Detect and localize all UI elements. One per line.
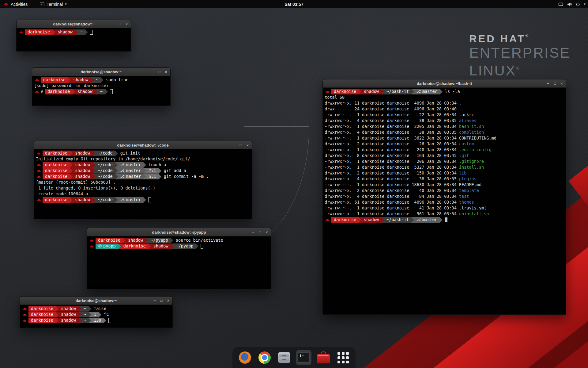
powerline-separator-icon [56, 312, 58, 317]
prompt-segment-path: ~/bash-it [384, 89, 411, 94]
window-titlebar[interactable]: darknoise@shadow:~−□× [20, 297, 172, 305]
dock-files[interactable] [277, 350, 292, 365]
prompt-line: darknoiseshadow~/code git init [36, 150, 250, 156]
toolbox-icon [317, 354, 330, 363]
minimize-button[interactable]: − [547, 82, 549, 86]
chrome-icon [258, 351, 271, 364]
terminal-cursor [90, 30, 93, 35]
prompt-segment-host: shadow [58, 306, 78, 312]
branch-icon: ⎇ [120, 168, 125, 174]
powerline-separator-icon [104, 318, 106, 323]
terminal-cursor [148, 197, 151, 202]
minimize-button[interactable]: − [252, 230, 254, 234]
chevron-down-icon: ▾ [584, 2, 586, 6]
prompt-segment-user: darknoise [43, 174, 70, 179]
terminal-window[interactable]: darknoise@shadow:~−□×darknoiseshadow~ [16, 20, 131, 52]
dock-terminal[interactable]: $> [296, 350, 311, 365]
terminal-window[interactable]: darknoise@shadow:~/pyapp−□×darknoiseshad… [87, 228, 271, 289]
redhat-prompt-icon [36, 152, 41, 155]
powerline-separator-icon [171, 238, 173, 243]
minimize-button[interactable]: − [233, 143, 235, 147]
terminal-cursor [201, 244, 203, 249]
chevron-down-icon: ▾ [65, 2, 67, 6]
powerline-separator-icon [92, 151, 95, 156]
powerline-separator-icon [85, 29, 88, 35]
terminal-body[interactable]: darknoiseshadow~/code git initInitialize… [34, 149, 252, 204]
prompt-segment-status: ?:1 [146, 168, 158, 174]
command-text: source bin/activate [173, 237, 223, 243]
window-titlebar[interactable]: darknoise@shadow:~/code−□× [34, 141, 252, 149]
powerline-separator-icon [143, 162, 146, 168]
prompt-segment-path: ~/code [95, 174, 115, 179]
terminal-output-line: drwxrwxr-x. 8 darknoise darknoise 163 Ja… [325, 153, 564, 159]
terminal-body[interactable]: darknoiseshadow~ [17, 28, 131, 36]
prompt-line: darknoiseshadow~/code⎇master touch a [36, 162, 250, 168]
prompt-segment-user: darknoise [28, 318, 56, 323]
prompt-line: darknoiseshadow~/bash-it⎇master [325, 217, 564, 223]
redhat-prompt-icon [22, 319, 27, 322]
prompt-segment-path: ~ [93, 77, 101, 83]
dock-appgrid[interactable] [335, 350, 351, 365]
maximize-button[interactable]: □ [240, 144, 242, 147]
terminal-body[interactable]: darknoiseshadow~ falsedarknoiseshadow~1 … [20, 305, 172, 324]
redhat-prompt-icon [36, 175, 41, 178]
maximize-button[interactable]: □ [158, 70, 160, 74]
terminal-body[interactable]: darknoiseshadow~/bash-it⎇master ls -lato… [323, 88, 566, 224]
terminal-output-line: drwx------. 24 darknoise darknoise 4096 … [325, 106, 564, 112]
prompt-segment-user: darknoise [43, 197, 70, 203]
dock: $> [232, 347, 356, 368]
terminal-output-line: drwxrwxr-x. 61 darknoise darknoise 4096 … [325, 199, 564, 205]
dock-firefox[interactable] [237, 350, 253, 365]
close-button[interactable]: × [266, 230, 268, 234]
maximize-button[interactable]: □ [119, 22, 121, 26]
prompt-segment-user: darknoise [43, 168, 70, 174]
terminal-body[interactable]: darknoiseshadow~/pyapp source bin/activa… [87, 236, 271, 250]
window-titlebar[interactable]: darknoise@shadow:~−□× [17, 20, 131, 28]
redhat-logo-icon [4, 2, 9, 6]
close-button[interactable]: × [560, 82, 563, 86]
terminal-body[interactable]: darknoiseshadow~ sudo true[sudo] passwor… [32, 76, 170, 95]
display-icon [558, 2, 563, 6]
minimize-button[interactable]: − [153, 299, 156, 303]
close-button[interactable]: × [246, 143, 249, 147]
maximize-button[interactable]: □ [259, 231, 261, 234]
prompt-line: darknoiseshadow~/code⎇masterS:1 git comm… [36, 174, 250, 179]
activities-button[interactable]: Activities [0, 0, 31, 8]
minimize-button[interactable]: − [112, 22, 114, 26]
terminal-cursor [110, 89, 113, 94]
system-tray[interactable]: ▾ [558, 2, 586, 6]
terminal-window[interactable]: darknoise@shadow:~−□×darknoiseshadow~ fa… [20, 296, 173, 328]
close-button[interactable]: × [167, 299, 169, 303]
app-menu-terminal[interactable]: Terminal ▾ [36, 0, 70, 8]
window-titlebar[interactable]: darknoise@shadow:~−□× [32, 68, 170, 76]
prompt-segment-git: ⎇master [118, 162, 144, 168]
terminal-output-line: drwxrwxr-x. 4 darknoise darknoise 38 Jan… [325, 118, 564, 124]
prompt-segment-user: darknoise [41, 77, 68, 83]
python-icon: ⓟ [98, 243, 102, 249]
prompt-segment-git: ⎇master [118, 168, 144, 174]
terminal-window[interactable]: darknoise@shadow:~/bash-it−□×darknoisesh… [322, 79, 566, 315]
volume-icon [567, 2, 572, 6]
minimize-button[interactable]: − [151, 70, 154, 74]
powerline-separator-icon [70, 197, 73, 203]
terminal-output-line: [master (root-commit) 50bcb63] . [36, 179, 250, 185]
close-button[interactable]: × [165, 70, 167, 74]
powerline-separator-icon [68, 77, 71, 83]
dock-toolbox[interactable] [316, 350, 331, 365]
powerline-separator-icon [70, 162, 73, 168]
prompt-line: darknoiseshadow~/bash-it⎇master ls -la [325, 89, 564, 94]
prompt-segment-host: shadow [361, 89, 381, 94]
clock[interactable]: Sat 03:57 [285, 2, 303, 7]
terminal-window[interactable]: darknoise@shadow:~−□×darknoiseshadow~ su… [32, 67, 171, 106]
window-titlebar[interactable]: darknoise@shadow:~/bash-it−□× [323, 79, 566, 88]
powerline-separator-icon [92, 162, 95, 168]
powerline-separator-icon [89, 318, 91, 323]
maximize-button[interactable]: □ [554, 82, 556, 85]
dock-chrome[interactable] [257, 350, 272, 365]
powerline-separator-icon [143, 197, 146, 203]
close-button[interactable]: × [125, 22, 128, 26]
window-titlebar[interactable]: darknoise@shadow:~/pyapp−□× [87, 228, 271, 236]
maximize-button[interactable]: □ [160, 299, 163, 302]
terminal-window[interactable]: darknoise@shadow:~/code−□×darknoiseshado… [34, 141, 252, 219]
powerline-separator-icon [115, 151, 118, 156]
